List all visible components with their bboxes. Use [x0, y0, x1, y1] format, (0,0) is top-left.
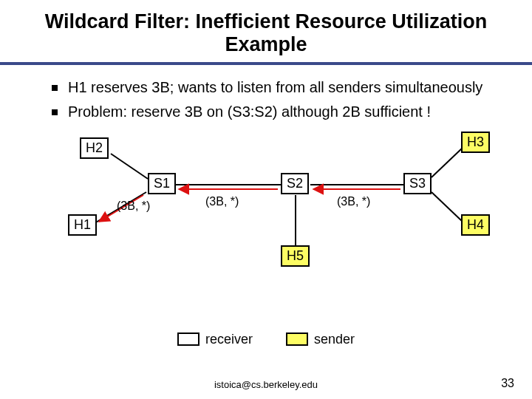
- title-rule: [0, 62, 532, 65]
- network-diagram: H2 H3 H4 H1 H5 S1 S2 S3 (3B, *) (3B, *) …: [0, 127, 532, 297]
- edge-label-s1-h1: (3B, *): [117, 200, 150, 213]
- legend: receiver sender: [0, 331, 532, 347]
- node-s3: S3: [403, 173, 432, 194]
- bullet-text: H1 reserves 3B; wants to listen from all…: [68, 78, 482, 97]
- bullet-item: Problem: reserve 3B on (S3:S2) although …: [52, 103, 495, 121]
- node-h5: H5: [281, 245, 310, 267]
- legend-label-sender: sender: [314, 332, 355, 347]
- page-number: 33: [501, 377, 514, 390]
- node-h1: H1: [68, 214, 97, 236]
- node-h2: H2: [80, 137, 109, 159]
- edge-label-s2-s3: (3B, *): [337, 195, 370, 208]
- bullet-text: Problem: reserve 3B on (S3:S2) although …: [68, 103, 431, 121]
- node-s2: S2: [281, 173, 309, 194]
- footer-text: istoica@cs.berkeley.edu: [0, 379, 532, 390]
- node-h3: H3: [461, 132, 490, 153]
- legend-label-receiver: receiver: [205, 332, 253, 347]
- bullet-item: H1 reserves 3B; wants to listen from all…: [52, 78, 495, 97]
- bullet-marker: [52, 85, 58, 91]
- edge-label-s1-s2: (3B, *): [205, 195, 239, 208]
- legend-swatch-receiver: [177, 332, 200, 346]
- svg-line-5: [432, 192, 463, 222]
- node-h4: H4: [461, 214, 490, 236]
- node-s1: S1: [148, 173, 176, 194]
- bullet-list: H1 reserves 3B; wants to listen from all…: [52, 78, 495, 121]
- svg-line-4: [432, 148, 463, 177]
- legend-swatch-sender: [286, 332, 308, 346]
- bullet-marker: [52, 109, 58, 115]
- page-title: Wildcard Filter: Inefficient Resource Ut…: [30, 10, 502, 56]
- svg-line-0: [111, 154, 148, 179]
